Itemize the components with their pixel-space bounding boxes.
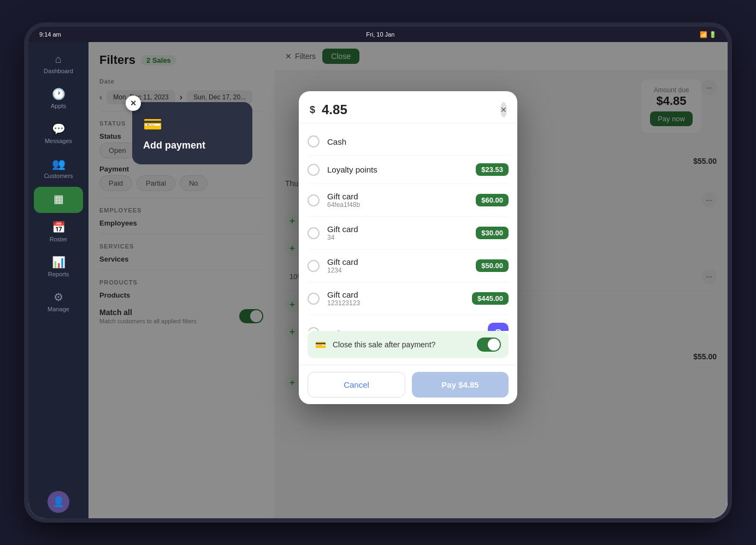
giftcard3-name: Gift card — [327, 257, 468, 266]
sidebar-item-reports[interactable]: 📊 Reports — [34, 250, 83, 283]
sidebar-label-reports: Reports — [48, 271, 69, 277]
payment-options-list: Cash Loyalty points $23.53 — [299, 123, 517, 331]
payment-option-stripe[interactable]: Stripe S — [308, 315, 509, 331]
sidebar-label-manage: Manage — [48, 306, 69, 312]
status-bar: 9:14 am Fri, 10 Jan 📶 🔋 — [28, 27, 728, 42]
giftcard1-name: Gift card — [327, 192, 468, 201]
giftcard2-radio[interactable] — [308, 227, 320, 239]
cash-info: Cash — [327, 137, 509, 146]
payment-modal-header: $ ✕ — [299, 91, 517, 123]
giftcard1-sub: 64fea1f48b — [327, 201, 468, 209]
giftcard2-name: Gift card — [327, 224, 468, 234]
cash-radio[interactable] — [308, 135, 320, 147]
customers-icon: 👥 — [52, 157, 66, 170]
loyalty-name: Loyalty points — [327, 165, 468, 174]
stripe-info: Stripe — [327, 329, 480, 331]
giftcard3-badge: $50.00 — [476, 259, 509, 272]
payment-option-giftcard2[interactable]: Gift card 34 $30.00 — [308, 217, 509, 250]
giftcard4-badge: $445.00 — [472, 292, 509, 305]
giftcard1-info: Gift card 64fea1f48b — [327, 192, 468, 209]
amount-input[interactable] — [322, 102, 494, 117]
add-payment-card-icon: 💳 — [143, 115, 241, 133]
giftcard3-info: Gift card 1234 — [327, 257, 468, 274]
dollar-sign: $ — [310, 104, 315, 116]
close-sale-label: Close this sale after payment? — [333, 340, 470, 349]
giftcard1-radio[interactable] — [308, 194, 320, 206]
stripe-radio[interactable] — [308, 327, 320, 331]
messages-icon: 💬 — [52, 122, 66, 135]
giftcard2-badge: $30.00 — [476, 227, 509, 239]
cash-name: Cash — [327, 137, 509, 146]
loyalty-radio[interactable] — [308, 164, 320, 176]
reports-icon: 📊 — [52, 256, 66, 269]
sidebar-item-customers[interactable]: 👥 Customers — [34, 152, 83, 185]
giftcard3-radio[interactable] — [308, 260, 320, 272]
payment-option-giftcard3[interactable]: Gift card 1234 $50.00 — [308, 250, 509, 282]
add-payment-modal: ✕ 💳 Add payment — [132, 102, 252, 164]
add-payment-close-button[interactable]: ✕ — [126, 96, 141, 111]
loyalty-badge: $23.53 — [476, 163, 509, 176]
status-icons: 📶 🔋 — [700, 31, 717, 38]
sidebar-item-roster[interactable]: 📅 Roster — [34, 215, 83, 248]
giftcard4-info: Gift card 123123123 — [327, 290, 464, 307]
sidebar-label-dashboard: Dashboard — [44, 68, 73, 74]
giftcard2-sub: 34 — [327, 234, 468, 241]
payment-option-giftcard4[interactable]: Gift card 123123123 $445.00 — [308, 282, 509, 315]
payment-modal-footer: Cancel Pay $4.85 — [299, 365, 517, 404]
cancel-button[interactable]: Cancel — [308, 372, 405, 398]
sidebar-item-manage[interactable]: ⚙ Manage — [34, 285, 83, 318]
giftcard2-info: Gift card 34 — [327, 224, 468, 241]
giftcard4-sub: 123123123 — [327, 299, 464, 307]
giftcard1-badge: $60.00 — [476, 194, 509, 206]
sidebar-label-messages: Messages — [45, 138, 72, 144]
close-sale-row: 💳 Close this sale after payment? — [308, 331, 509, 358]
sidebar-label-customers: Customers — [44, 173, 73, 179]
clear-amount-button[interactable]: ✕ — [500, 102, 507, 117]
stripe-icon: S — [488, 323, 509, 331]
status-time: 9:14 am — [39, 31, 61, 38]
sidebar-item-messages[interactable]: 💬 Messages — [34, 117, 83, 150]
pay-button[interactable]: Pay $4.85 — [412, 372, 509, 398]
clock-icon: 🕐 — [52, 87, 66, 100]
giftcard4-name: Gift card — [327, 290, 464, 299]
close-sale-toggle[interactable] — [477, 337, 501, 352]
roster-icon: 📅 — [52, 221, 66, 234]
payment-option-loyalty[interactable]: Loyalty points $23.53 — [308, 156, 509, 184]
main-content: Filters 2 Sales Date ‹ Mon, Dec 11, 2023… — [88, 42, 728, 518]
sidebar-item-dashboard[interactable]: ⌂ Dashboard — [34, 48, 83, 80]
sidebar-label-appts: Appts — [51, 103, 66, 109]
status-date: Fri, 10 Jan — [366, 31, 394, 38]
home-icon: ⌂ — [55, 53, 62, 66]
payment-modal: $ ✕ Cash — [299, 91, 517, 404]
payment-option-giftcard1[interactable]: Gift card 64fea1f48b $60.00 — [308, 184, 509, 217]
credit-card-icon: 💳 — [315, 340, 326, 350]
giftcard4-radio[interactable] — [308, 293, 320, 305]
user-avatar[interactable]: 👤 — [48, 491, 69, 513]
sidebar-item-appts[interactable]: 🕐 Appts — [34, 82, 83, 115]
loyalty-info: Loyalty points — [327, 165, 468, 174]
pos-icon: ▦ — [54, 192, 64, 205]
payment-option-cash[interactable]: Cash — [308, 128, 509, 156]
sidebar: ⌂ Dashboard 🕐 Appts 💬 Messages 👥 Custome… — [28, 42, 88, 518]
sidebar-label-roster: Roster — [50, 236, 67, 242]
manage-icon: ⚙ — [54, 291, 63, 304]
giftcard3-sub: 1234 — [327, 266, 468, 274]
add-payment-title: Add payment — [143, 140, 241, 151]
stripe-name: Stripe — [327, 329, 480, 331]
sidebar-item-pos[interactable]: ▦ — [34, 187, 83, 213]
